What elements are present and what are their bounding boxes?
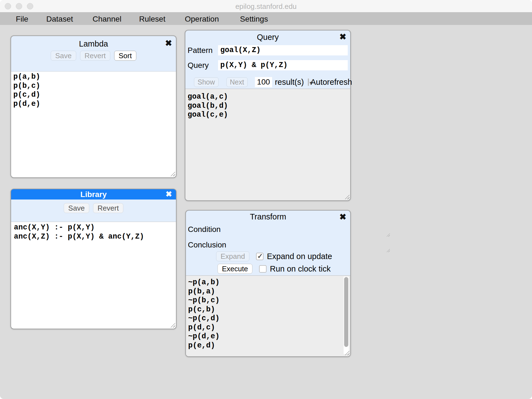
library-save-button[interactable]: Save [64,203,89,213]
lambda-save-button[interactable]: Save [51,51,76,61]
library-toolbar: Save Revert [11,203,176,213]
expand-row: Expand ✓ Expand on update [216,251,380,261]
conclusion-label: Conclusion [188,237,226,252]
lambda-sort-button[interactable]: Sort [114,51,136,61]
execute-row: Execute ✓ Run on clock tick [218,264,382,274]
expand-on-update-label: Expand on update [267,252,332,261]
close-icon[interactable]: ✖ [339,213,346,221]
condition-label: Condition [188,222,221,237]
menu-file[interactable]: File [16,12,28,25]
lambda-toolbar: Save Revert Sort [11,51,176,61]
query-input[interactable] [218,60,348,70]
scrollbar-thumb[interactable] [344,277,348,347]
query-controls: Show Next result(s) ✓ Autorefresh [185,77,350,87]
query-panel-title: Query [185,33,350,42]
show-button[interactable]: Show [194,77,219,87]
library-revert-button[interactable]: Revert [93,203,123,213]
transform-panel: Transform ✖ Condition p(X,Y) Conclusion … [185,210,351,357]
lambda-revert-button[interactable]: Revert [80,51,110,61]
autorefresh-checkbox[interactable]: ✓ [308,78,309,86]
titlebar: epilog.stanford.edu [0,0,532,12]
query-panel: Query ✖ Pattern Query Show Next result(s… [185,30,351,201]
scrollbar-track[interactable] [344,277,349,354]
close-icon[interactable]: ✖ [166,190,172,198]
library-panel: Library ✖ Save Revert anc(X,Y) :- p(X,Y)… [11,189,177,329]
check-icon: ✓ [257,252,263,260]
expand-on-update-checkbox[interactable]: ✓ [256,253,264,260]
run-on-clock-checkbox[interactable]: ✓ [259,265,267,273]
menu-settings[interactable]: Settings [240,12,268,25]
library-titlebar[interactable]: Library ✖ [11,189,176,200]
menu-operation[interactable]: Operation [185,12,219,25]
lambda-editor[interactable]: p(a,b) p(b,c) p(c,d) p(d,e) [11,71,176,177]
close-icon[interactable]: ✖ [165,39,172,47]
library-editor[interactable]: anc(X,Y) :- p(X,Y) anc(X,Z) :- p(X,Y) & … [11,222,176,329]
window-title: epilog.stanford.edu [0,0,532,12]
execute-button[interactable]: Execute [218,264,252,274]
autorefresh-label: Autorefresh [311,78,352,87]
transform-results[interactable]: ~p(a,b) p(b,a) ~p(b,c) p(c,b) ~p(c,d) p(… [186,275,350,356]
lambda-panel-title: Lambda [11,39,176,48]
expand-button[interactable]: Expand [216,251,249,261]
menubar: File Dataset Channel Ruleset Operation S… [0,12,532,25]
library-panel-title: Library [11,189,176,200]
transform-panel-title: Transform [186,212,350,221]
menu-ruleset[interactable]: Ruleset [139,12,165,25]
pattern-input[interactable] [218,45,348,55]
pattern-label: Pattern [188,45,213,55]
next-button[interactable]: Next [226,77,248,87]
lambda-panel: Lambda ✖ Save Revert Sort p(a,b) p(b,c) … [11,35,177,178]
results-label: result(s) [275,78,304,87]
run-on-clock-label: Run on clock tick [270,264,331,273]
close-icon[interactable]: ✖ [339,33,346,41]
result-count-input[interactable] [255,77,272,87]
menu-channel[interactable]: Channel [93,12,121,25]
browser-window: epilog.stanford.edu File Dataset Channel… [0,0,532,399]
query-label: Query [188,60,209,70]
query-results[interactable]: goal(a,c) goal(b,d) goal(c,e) [185,89,350,200]
check-icon: ✓ [309,78,315,86]
menu-dataset[interactable]: Dataset [46,12,73,25]
